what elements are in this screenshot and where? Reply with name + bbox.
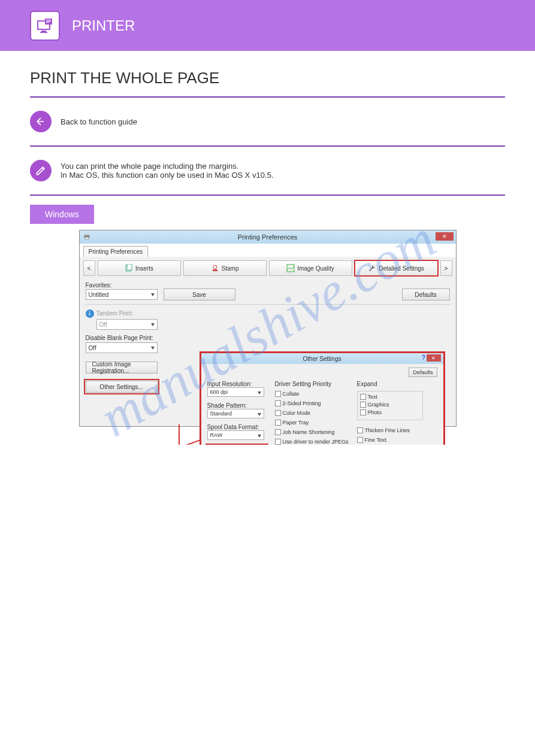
svg-rect-9 <box>85 238 89 239</box>
svg-rect-5 <box>46 21 51 22</box>
shade-pattern-label: Shade Pattern: <box>207 402 267 409</box>
callout-line <box>179 416 202 445</box>
tandem-print-label: Tandem Print: <box>96 310 134 317</box>
sub-close-icon[interactable]: ✕ <box>427 354 441 362</box>
svg-rect-14 <box>287 265 294 272</box>
windows-badge: Windows <box>30 205 94 224</box>
tandem-print-select[interactable]: Off <box>96 319 158 330</box>
other-settings-window: Other Settings ? ✕ Defaults Input Resolu… <box>200 351 445 445</box>
input-res-select[interactable]: 600 dpi <box>207 387 264 397</box>
chk-use-driver[interactable]: Use driver to render JPEGs <box>275 439 349 445</box>
expand-heading: Expand <box>357 381 423 387</box>
chk-photo[interactable]: Photo <box>360 409 420 415</box>
input-res-label: Input Resolution: <box>207 381 267 387</box>
stamp-label: Stamp <box>222 265 239 272</box>
note-line1: You can print the whole page including t… <box>61 162 274 171</box>
image-quality-icon <box>286 264 295 272</box>
image-quality-label: Image Quality <box>297 265 334 272</box>
tab-printing-preferences[interactable]: Printing Preferences <box>83 246 149 257</box>
chk-paper-tray[interactable]: Paper Tray <box>275 420 349 426</box>
disable-blank-label: Disable Blank Page Print: <box>86 335 167 341</box>
note-line2: In Mac OS, this function can only be use… <box>61 171 274 180</box>
tab-strip: Printing Preferences <box>80 244 456 257</box>
svg-rect-1 <box>41 31 46 32</box>
window-titlebar: Printing Preferences ✕ <box>80 230 456 244</box>
info-icon: i <box>86 309 94 318</box>
chapter-logo <box>30 11 60 41</box>
divider <box>30 96 505 98</box>
sub-titlebar: Other Settings ? ✕ <box>201 353 443 364</box>
chk-graphics[interactable]: Graphics <box>360 402 420 408</box>
monitor-icon <box>35 16 55 35</box>
sub-defaults-button[interactable]: Defaults <box>409 368 437 377</box>
disable-blank-select[interactable]: Off <box>86 342 158 353</box>
svg-rect-8 <box>85 234 89 235</box>
driver-priority-heading: Driver Setting Priority <box>275 381 349 387</box>
expand-box: Text Graphics Photo <box>357 391 423 420</box>
window-title: Printing Preferences <box>238 233 298 241</box>
sub-title: Other Settings <box>303 356 341 362</box>
spool-format-label: Spool Data Format: <box>207 424 267 430</box>
svg-rect-11 <box>127 264 132 270</box>
svg-rect-2 <box>40 32 47 33</box>
custom-image-button[interactable]: Custom Image Registration... <box>86 362 158 374</box>
defaults-button[interactable]: Defaults <box>402 289 450 300</box>
detailed-settings-label: Detailed Settings <box>379 265 424 272</box>
page-header: PRINTER <box>0 0 535 51</box>
pencil-icon <box>30 160 52 181</box>
close-icon[interactable]: ✕ <box>436 232 454 241</box>
back-icon[interactable] <box>30 111 52 132</box>
divider <box>30 195 505 196</box>
chapter-title: PRINTER <box>72 17 135 34</box>
shade-pattern-select[interactable]: Standard <box>207 409 264 418</box>
back-link[interactable]: Back to function guide <box>61 117 137 126</box>
page-title: PRINT THE WHOLE PAGE <box>30 69 505 87</box>
back-row: Back to function guide <box>30 104 505 139</box>
svg-rect-13 <box>213 269 217 271</box>
screenshot: manualshive.com Printing Preferences ✕ P… <box>79 230 457 427</box>
save-button[interactable]: Save <box>164 289 235 300</box>
nav-next-button[interactable]: > <box>440 260 452 276</box>
chk-text[interactable]: Text <box>360 394 420 400</box>
detailed-settings-button[interactable]: Detailed Settings <box>355 260 438 276</box>
chk-job-name[interactable]: Job Name Shortening <box>275 429 349 435</box>
favorites-select[interactable]: Untitled <box>86 289 158 300</box>
inserts-button[interactable]: Inserts <box>98 260 181 276</box>
chk-color-mode[interactable]: Color Mode <box>275 410 349 416</box>
nav-prev-button[interactable]: < <box>83 260 95 276</box>
note-row: You can print the whole page including t… <box>30 153 505 189</box>
wrench-icon <box>368 264 376 272</box>
printing-prefs-window: Printing Preferences ✕ Printing Preferen… <box>79 230 457 427</box>
help-icon[interactable]: ? <box>422 354 425 361</box>
chk-2sided[interactable]: 2-Sided Printing <box>275 400 349 406</box>
stamp-icon <box>211 264 219 272</box>
inserts-icon <box>125 264 133 272</box>
svg-rect-6 <box>46 22 49 23</box>
other-settings-button[interactable]: Other Settings... <box>86 381 158 393</box>
printer-icon <box>83 233 90 240</box>
svg-rect-4 <box>46 20 51 20</box>
favorites-label: Favorites: <box>86 282 450 289</box>
divider <box>30 145 505 147</box>
svg-point-12 <box>213 265 217 269</box>
inserts-label: Inserts <box>135 265 153 272</box>
stamp-button[interactable]: Stamp <box>183 260 267 276</box>
chk-fine-text[interactable]: Fine Text <box>357 437 423 443</box>
chk-collate[interactable]: Collate <box>275 391 349 397</box>
image-quality-button[interactable]: Image Quality <box>269 260 352 276</box>
chk-thicken[interactable]: Thicken Fine Lines <box>357 427 423 433</box>
section-divider <box>86 304 450 305</box>
toolbar: < Inserts Stamp Image Quality Detailed S… <box>80 257 456 280</box>
spool-format-select[interactable]: RAW <box>207 430 264 440</box>
dialog-body: Favorites: Untitled Save Defaults iTande… <box>80 280 456 426</box>
